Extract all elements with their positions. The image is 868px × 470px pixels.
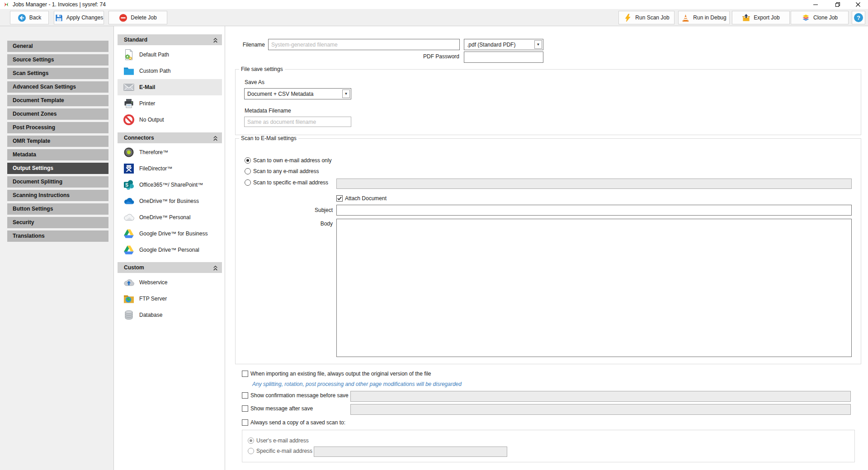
document-gears-icon (123, 49, 135, 61)
save-as-select[interactable]: Document + CSV Metadata ▼ (244, 88, 351, 99)
export-job-button[interactable]: Export Job (732, 11, 790, 24)
delete-job-button[interactable]: Delete Job (108, 11, 167, 24)
output-item-onedrive-business[interactable]: OneDrive™ for Business (118, 193, 222, 209)
subject-label: Subject (303, 207, 333, 213)
radio-scan-any-email-label: Scan to any e-mail address (253, 169, 319, 174)
restore-icon[interactable] (827, 0, 848, 9)
output-item-google-drive-personal[interactable]: Google Drive™ Personal (118, 242, 222, 258)
body-textarea[interactable] (336, 219, 852, 357)
close-icon[interactable] (848, 0, 868, 9)
confirm-before-save-label: Show confirmation message before save (250, 393, 349, 399)
sidebar-item-scan-settings[interactable]: Scan Settings (7, 68, 108, 79)
radio-scan-own-email[interactable] (245, 157, 251, 164)
copy-specific-email-input (314, 446, 507, 457)
output-item-email[interactable]: E-Mail (118, 79, 222, 95)
confirm-message-input (350, 391, 851, 402)
send-copy-label: Always send a copy of a saved scan to: (250, 420, 345, 426)
sidebar-item-post-processing[interactable]: Post Processing (7, 122, 108, 133)
output-item-printer[interactable]: Printer (118, 95, 222, 112)
cloud-upload-icon (123, 277, 135, 288)
message-after-save-checkbox[interactable] (242, 405, 248, 412)
clone-job-button[interactable]: Clone Job (791, 11, 849, 24)
sidebar-item-document-splitting[interactable]: Document Splitting (7, 176, 108, 188)
blue-folder-icon (123, 65, 135, 77)
sidebar-item-source-settings[interactable]: Source Settings (7, 54, 108, 66)
database-icon (123, 309, 135, 321)
radio-user-email (248, 437, 254, 444)
google-drive-icon (123, 228, 135, 240)
envelope-icon (123, 81, 135, 93)
email-output-settings-panel: Filename .pdf (Standard PDF) ▼ PDF Passw… (225, 26, 868, 470)
section-header-standard[interactable]: Standard (118, 34, 222, 45)
file-save-settings-group: File save settings Save As Document + CS… (235, 69, 861, 135)
radio-scan-own-email-label: Scan to own e-mail address only (253, 158, 331, 164)
metadata-filename-input[interactable] (244, 117, 351, 127)
import-original-label: When importing an existing file, always … (250, 371, 431, 377)
back-icon (18, 14, 26, 22)
minimize-icon[interactable] (805, 0, 826, 9)
radio-scan-specific-email-label: Scan to specific e-mail address (253, 180, 328, 186)
specific-email-input (336, 179, 852, 189)
sidebar-item-scanning-instructions[interactable]: Scanning Instructions (7, 190, 108, 201)
toolbar: Back Apply Changes Delete Job Run Scan J… (0, 9, 868, 26)
radio-user-email-label: User's e-mail address (256, 438, 309, 444)
run-in-debug-button[interactable]: Run in Debug (678, 11, 730, 24)
send-copy-target-group: User's e-mail address Specific e-mail ad… (242, 430, 855, 462)
output-destination-list: Standard Default Path Custom Path E-Mail… (114, 26, 225, 470)
output-item-onedrive-personal[interactable]: OneDrive™ Personal (118, 209, 222, 226)
group-title: File save settings (239, 66, 285, 72)
output-item-google-drive-business[interactable]: Google Drive™ for Business (118, 226, 222, 242)
sidebar-item-button-settings[interactable]: Button Settings (7, 203, 108, 215)
confirm-before-save-checkbox[interactable] (242, 392, 248, 399)
pdf-password-input[interactable] (464, 52, 543, 63)
help-button[interactable]: ? (852, 11, 865, 24)
apply-changes-button[interactable]: Apply Changes (54, 11, 104, 24)
output-item-no-output[interactable]: No Output (118, 112, 222, 128)
back-button[interactable]: Back (10, 11, 49, 24)
output-item-custom-path[interactable]: Custom Path (118, 63, 222, 79)
radio-scan-specific-email[interactable] (245, 179, 251, 186)
output-item-database[interactable]: Database (118, 307, 222, 323)
sidebar-item-general[interactable]: General (7, 41, 108, 52)
run-scan-job-button[interactable]: Run Scan Job (618, 11, 675, 24)
import-original-checkbox[interactable] (242, 371, 248, 377)
output-item-filedirector[interactable]: FileDirector™ (118, 160, 222, 177)
output-item-default-path[interactable]: Default Path (118, 47, 222, 63)
subject-input[interactable] (336, 205, 852, 216)
sidebar-item-document-template[interactable]: Document Template (7, 95, 108, 106)
section-header-connectors[interactable]: Connectors (118, 132, 222, 143)
output-item-therefore[interactable]: Therefore™ (118, 144, 222, 160)
sidebar-item-metadata[interactable]: Metadata (7, 149, 108, 160)
save-as-label: Save As (245, 80, 264, 85)
attach-document-checkbox[interactable] (336, 195, 343, 202)
radio-scan-any-email[interactable] (245, 168, 251, 174)
svg-text:S: S (125, 182, 128, 188)
sidebar-item-omr-template[interactable]: OMR Template (7, 136, 108, 147)
collapse-chevron-icon[interactable] (212, 37, 218, 43)
file-format-select[interactable]: .pdf (Standard PDF) ▼ (464, 39, 543, 50)
output-item-webservice[interactable]: Webservice (118, 274, 222, 291)
filename-input[interactable] (268, 39, 460, 50)
group-title: Scan to E-Mail settings (239, 135, 298, 141)
layers-icon (802, 14, 810, 22)
help-icon: ? (854, 13, 863, 23)
delete-icon (119, 14, 127, 22)
sharepoint-icon: S (123, 179, 135, 191)
collapse-chevron-icon[interactable] (212, 264, 218, 271)
sidebar-item-output-settings[interactable]: Output Settings (7, 163, 108, 174)
output-item-ftp-server[interactable]: FTP Server (118, 291, 222, 307)
collapse-chevron-icon[interactable] (212, 135, 218, 141)
sidebar-item-security[interactable]: Security (7, 217, 108, 228)
attach-document-label: Attach Document (345, 196, 387, 202)
window-title: Jobs Manager - 1. Invoices | sysref: 74 (13, 0, 106, 9)
after-save-message-input (350, 404, 851, 415)
sidebar-item-advanced-scan-settings[interactable]: Advanced Scan Settings (7, 81, 108, 93)
send-copy-checkbox[interactable] (242, 419, 248, 426)
ftp-folder-globe-icon (123, 293, 135, 305)
section-header-custom[interactable]: Custom (118, 262, 222, 273)
output-item-office365-sharepoint[interactable]: S Office365™/ SharePoint™ (118, 177, 222, 193)
sidebar-item-translations[interactable]: Translations (7, 230, 108, 242)
body-label: Body (303, 221, 333, 227)
no-entry-icon (123, 114, 135, 126)
sidebar-item-document-zones[interactable]: Document Zones (7, 108, 108, 120)
